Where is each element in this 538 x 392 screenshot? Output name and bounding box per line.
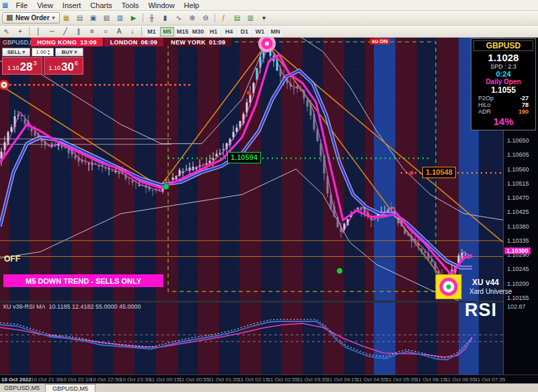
info-candle-timer: 0:24 — [473, 70, 533, 78]
volume-spinner-icon[interactable]: ▴▾ — [48, 49, 50, 56]
price-axis-label: 1.10200 — [507, 280, 529, 287]
tb-line-chart-button[interactable]: ∿ — [173, 13, 185, 24]
tb-candlestick-chart-button[interactable]: ▮ — [159, 13, 171, 24]
cursor-icon: ⇖ — [4, 28, 9, 35]
info-adr-row: ADR 190 — [473, 108, 533, 115]
chart-area[interactable]: GBPUSD,M5 HONG KONG13:09LONDON06:09NEW Y… — [0, 38, 538, 375]
indicators-icon: ƒ — [222, 14, 226, 22]
menu-tools[interactable]: Tools — [117, 1, 144, 9]
info-hilo-row: HiLo 78 — [473, 102, 533, 108]
timeframe-m15-button[interactable]: M15 — [176, 27, 190, 36]
menu-help[interactable]: Help — [180, 1, 204, 9]
exit-target-marker — [436, 274, 461, 299]
buy-dropdown-button[interactable]: BUY ▾ — [55, 48, 83, 56]
tb-bar-chart-button[interactable]: ╫ — [146, 13, 158, 24]
tb-more-options-button[interactable]: ▾ — [258, 13, 270, 24]
tb-indicators-button[interactable]: ƒ — [218, 13, 230, 24]
buy-price-button[interactable]: 1.10 30 6 — [44, 57, 84, 75]
tb-fibonacci-button[interactable]: ≡ — [86, 26, 98, 37]
new-order-button[interactable]: New Order ▾ — [2, 12, 60, 24]
fibonacci-icon: ≡ — [90, 28, 94, 35]
time-axis-label: 11 Oct 06:15 — [416, 377, 446, 383]
timeframe-m1-button[interactable]: M1 — [145, 27, 159, 36]
chart-tab[interactable]: GBPUSD,M5 — [45, 384, 95, 392]
time-axis-label: 10 Oct 2022 — [1, 377, 31, 383]
timeframe-w1-button[interactable]: W1 — [253, 27, 267, 36]
tb-profiles-button[interactable]: ▤ — [74, 13, 86, 24]
price-axis-label: 1.10245 — [507, 266, 529, 272]
tb-channel-button[interactable]: ∥ — [73, 26, 85, 37]
timeframe-h4-button[interactable]: H4 — [222, 27, 236, 36]
buy-price-big: 30 — [61, 61, 74, 73]
adr-value: 190 — [518, 108, 529, 115]
tb-cursor-button[interactable]: ⇖ — [1, 26, 13, 37]
xard-universe-label: Xard Universe — [469, 288, 512, 295]
menu-charts[interactable]: Charts — [85, 1, 116, 9]
volume-input[interactable]: 1.00 ▴▾ — [32, 48, 54, 56]
off-toggle[interactable]: OFF — [4, 254, 20, 264]
sell-price-button[interactable]: 1.10 28 3 — [2, 57, 42, 75]
tb-shapes-button[interactable]: ○ — [100, 26, 112, 37]
time-axis[interactable]: 10 Oct 202210 Oct 21:3010 Oct 22:1010 Oc… — [0, 375, 538, 383]
timeframe-h1-button[interactable]: H1 — [206, 27, 221, 36]
tb-horizontal-line-button[interactable]: ─ — [46, 26, 58, 37]
time-axis-label: 11 Oct 01:35 — [208, 377, 239, 383]
info-panel: GBPUSD 1.1028 SPD : 2.3 0:24 Daily Open … — [471, 38, 536, 130]
tb-arrows-button[interactable]: ↓ — [126, 26, 139, 37]
time-axis-label: 11 Oct 04:55 — [356, 377, 387, 383]
price-axis-label: 1.10425 — [507, 208, 529, 215]
menu-file[interactable]: File — [11, 1, 32, 9]
hilo-label: HiLo — [478, 102, 491, 108]
timeframe-d1-button[interactable]: D1 — [237, 27, 252, 36]
chevron-down-icon: ▾ — [74, 49, 77, 55]
zoom-in-icon: ⊕ — [189, 14, 194, 22]
chart-window-icon: ▦ — [63, 14, 69, 22]
chart-canvas[interactable] — [0, 38, 503, 375]
chart-tab-label: GBPUSD,M5 — [52, 385, 88, 392]
tb-navigator-button[interactable]: ▧ — [101, 13, 113, 24]
tb-vertical-line-button[interactable]: │ — [32, 26, 44, 37]
timeframe-m30-button[interactable]: M30 — [191, 27, 205, 36]
sell-dropdown-button[interactable]: SELL ▾ — [2, 48, 30, 56]
price-label-orange: 1.10548 — [422, 167, 456, 178]
tb-text-button[interactable]: A — [113, 26, 125, 37]
menu-window[interactable]: Window — [143, 1, 179, 9]
panel-separator — [0, 301, 503, 303]
tb-market-watch-button[interactable]: ▣ — [87, 13, 100, 24]
tb-terminal-button[interactable]: ▥ — [114, 13, 126, 24]
zoom-out-icon: ⊖ — [202, 14, 208, 22]
sell-label: SELL — [7, 49, 21, 55]
new-order-label: New Order — [15, 14, 50, 22]
menu-insert[interactable]: Insert — [58, 1, 86, 9]
price-axis-label: 1.10470 — [507, 194, 529, 201]
vertical-line-icon: │ — [36, 28, 40, 35]
rsi-indicator-label: XU v39-RSI MA 10.1185 12.4182 55.0000 45… — [3, 303, 141, 310]
toolbar-separator — [215, 13, 215, 22]
info-price: 1.1028 — [473, 52, 533, 63]
time-axis-label: 10 Oct 22:50 — [90, 377, 121, 383]
xu-on-badge[interactable]: xu ON — [370, 38, 390, 44]
tb-tile-grid-2-button[interactable]: ▥ — [245, 13, 257, 24]
tb-autotrading-button[interactable]: ▶ — [128, 13, 140, 24]
timeframe-mn-button[interactable]: MN — [268, 27, 282, 36]
tb-crosshair-button[interactable]: + — [14, 26, 26, 37]
tb-zoom-in-button[interactable]: ⊕ — [186, 13, 198, 24]
session-bar: HONG KONG13:09LONDON06:09NEW YORK01:09 — [31, 38, 231, 46]
market-watch-icon: ▣ — [90, 14, 96, 22]
tb-tile-grid-button[interactable]: ▤ — [231, 13, 243, 24]
sell-price-base: 1.10 — [7, 65, 20, 71]
tb-chart-window-button[interactable]: ▦ — [61, 13, 73, 24]
green-dot-marker — [337, 268, 343, 274]
price-axis-label: 1.10335 — [507, 237, 529, 244]
tb-zoom-out-button[interactable]: ⊖ — [200, 13, 212, 24]
info-spread: SPD : 2.3 — [473, 63, 533, 70]
buy-price-sup: 6 — [75, 60, 78, 67]
text-icon: A — [117, 28, 122, 35]
timeframe-m5-button[interactable]: M5 — [160, 27, 174, 36]
toolbar-standard: New Order ▾ ▦▤▣▧▥▶╫▮∿⊕⊖ƒ▤▥▾ — [0, 11, 538, 26]
navigator-icon: ▧ — [104, 14, 110, 22]
menu-view[interactable]: View — [32, 1, 58, 9]
tb-trend-line-button[interactable]: ╱ — [59, 26, 71, 37]
price-axis-label: 1.10380 — [507, 223, 529, 230]
horizontal-line-icon: ─ — [49, 28, 54, 35]
